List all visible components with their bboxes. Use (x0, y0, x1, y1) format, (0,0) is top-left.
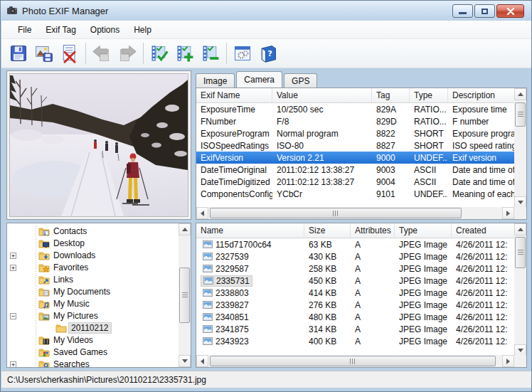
tree-expander-icon[interactable]: + (10, 265, 16, 271)
tree-item-my-videos[interactable]: My Videos (7, 334, 191, 346)
games-folder-icon (38, 347, 50, 357)
scrollbar-thumb[interactable] (515, 237, 526, 268)
scroll-left-button[interactable] (196, 355, 208, 367)
scroll-right-button[interactable] (502, 355, 514, 367)
tab-gps[interactable]: GPS (284, 73, 317, 88)
tab-image[interactable]: Image (196, 73, 235, 88)
tree-item-my-documents[interactable]: My Documents (7, 286, 191, 298)
tree-vertical-scrollbar[interactable] (179, 223, 191, 367)
exif-row[interactable]: ExposureProgramNormal program8822SHORTEx… (196, 127, 526, 139)
exif-column-header-description[interactable]: Description (448, 88, 516, 102)
options-button[interactable] (230, 41, 255, 66)
exif-column-header-value[interactable]: Value (272, 88, 372, 102)
tree-item-20110212[interactable]: 20110212 (7, 322, 191, 334)
file-cell-attributes: A (351, 252, 395, 262)
files-vertical-scrollbar[interactable] (514, 223, 526, 356)
scrollbar-thumb[interactable] (179, 267, 190, 323)
next-image-button[interactable] (115, 41, 140, 66)
menu-item-options[interactable]: Options (84, 23, 126, 37)
remove-tag-button[interactable] (198, 41, 223, 66)
file-row[interactable]: 2329587258 KBAJPEG Image4/26/2011 12: (196, 263, 526, 275)
tree-item-label[interactable]: Saved Games (51, 347, 110, 357)
help-button[interactable]: ? (255, 41, 281, 66)
tree-expander-icon[interactable]: + (10, 361, 16, 368)
menu-item-help[interactable]: Help (127, 23, 158, 37)
exif-horizontal-scrollbar[interactable] (196, 207, 526, 219)
tab-camera[interactable]: Camera (236, 71, 282, 88)
tree-item-label[interactable]: Desktop (51, 238, 87, 248)
tree-item-contacts[interactable]: Contacts (7, 226, 191, 238)
tree-item-searches[interactable]: +Searches (7, 359, 191, 368)
file-row[interactable]: 2343923400 KBAJPEG Image4/26/2011 12: (196, 335, 526, 347)
exif-row[interactable]: ExifVersionVersion 2.219000UNDEF...Exif … (196, 152, 526, 164)
file-row[interactable]: 2341875314 KBAJPEG Image4/26/2011 12: (196, 323, 526, 335)
tree-item-links[interactable]: Links (7, 274, 191, 286)
add-tag-button[interactable] (172, 41, 198, 66)
menu-item-file[interactable]: File (11, 23, 38, 37)
tree-item-label[interactable]: Favorites (51, 263, 90, 272)
tree-item-my-pictures[interactable]: −My Pictures (7, 310, 191, 322)
tree-expander-icon[interactable]: − (10, 313, 16, 319)
file-row[interactable]: 2327539430 KBAJPEG Image4/26/2011 12: (196, 250, 526, 263)
scrollbar-thumb[interactable] (515, 102, 526, 127)
previous-arrow-icon (91, 43, 112, 63)
previous-image-button[interactable] (89, 41, 115, 66)
tree-item-label[interactable]: Links (51, 275, 75, 285)
file-cell-name: 2343923 (196, 337, 304, 346)
tree-item-label[interactable]: My Documents (51, 287, 112, 297)
exif-vertical-scrollbar[interactable] (514, 88, 526, 208)
tree-item-favorites[interactable]: +Favorites (7, 262, 191, 274)
scroll-up-button[interactable] (179, 223, 191, 235)
minimize-button[interactable] (452, 4, 473, 18)
scrollbar-thumb[interactable] (210, 208, 462, 218)
menu-item-exif-tag[interactable]: Exif Tag (39, 23, 82, 37)
validate-list-button[interactable] (147, 41, 172, 66)
exif-column-header-type[interactable]: Type (410, 88, 448, 102)
file-column-header-name[interactable]: Name (196, 223, 304, 238)
exif-column-header-exif-name[interactable]: Exif Name (196, 88, 272, 102)
file-column-header-type[interactable]: Type (395, 223, 452, 238)
scroll-left-button[interactable] (196, 207, 208, 219)
scroll-left-icon (201, 359, 204, 364)
exif-column-header-tag[interactable]: Tag (372, 88, 410, 102)
tree-item-label[interactable]: Contacts (51, 226, 89, 236)
scrollbar-thumb[interactable] (210, 356, 496, 366)
maximize-button[interactable] (474, 4, 495, 18)
tree-item-label[interactable]: 20110212 (68, 322, 112, 334)
tree-item-label[interactable]: My Music (51, 299, 92, 309)
close-button[interactable] (496, 4, 524, 18)
file-column-header-created[interactable]: Created (452, 223, 516, 238)
exif-row[interactable]: ExposureTime10/2500 sec829ARATIO...Expos… (196, 103, 526, 115)
exif-row[interactable]: FNumberF/8829DRATIO...F number (196, 115, 526, 127)
file-column-header-size[interactable]: Size (304, 223, 351, 238)
tree-expander-icon[interactable]: + (10, 253, 16, 259)
scroll-up-button[interactable] (514, 223, 526, 235)
save-button[interactable] (6, 41, 31, 66)
tree-item-label[interactable]: Downloads (51, 250, 97, 260)
tree-item-saved-games[interactable]: Saved Games (7, 346, 191, 359)
exif-row[interactable]: ComponentsConfig...YCbCr9101UNDEF...Mean… (196, 188, 526, 200)
tree-item-downloads[interactable]: +Downloads (7, 250, 191, 262)
file-row[interactable]: 2338803414 KBAJPEG Image4/26/2011 12: (196, 287, 526, 299)
file-row[interactable]: 115d71700c6463 KBAJPEG Image4/26/2011 12… (196, 238, 526, 250)
title-bar[interactable]: Photo EXIF Manager (1, 1, 531, 21)
files-horizontal-scrollbar[interactable] (196, 355, 526, 367)
save-image-button[interactable] (31, 41, 57, 66)
tree-item-label[interactable]: My Videos (51, 335, 95, 345)
file-column-header-attributes[interactable]: Attributes (351, 223, 395, 238)
file-cell-type: JPEG Image (395, 312, 452, 322)
scroll-right-button[interactable] (502, 207, 514, 219)
tree-item-label[interactable]: Searches (51, 359, 92, 368)
file-row[interactable]: 2335731450 KBAJPEG Image4/26/2011 12: (196, 275, 526, 287)
scroll-down-button[interactable] (179, 355, 191, 367)
exif-row[interactable]: DateTimeDigitized2011:02:12 13:38:279004… (196, 176, 526, 188)
clear-list-button[interactable] (57, 41, 83, 66)
file-row[interactable]: 2339827276 KBAJPEG Image4/26/2011 12: (196, 299, 526, 311)
exif-row[interactable]: ISOSpeedRatingsISO-808827SHORTISO speed … (196, 139, 526, 152)
file-row[interactable]: 2340851480 KBAJPEG Image4/26/2011 12: (196, 311, 526, 323)
scroll-up-button[interactable] (514, 88, 526, 100)
tree-item-label[interactable]: My Pictures (51, 311, 100, 321)
exif-row[interactable]: DateTimeOriginal2011:02:12 13:38:279003A… (196, 164, 526, 176)
tree-item-desktop[interactable]: Desktop (7, 238, 191, 250)
tree-item-my-music[interactable]: My Music (7, 298, 191, 310)
